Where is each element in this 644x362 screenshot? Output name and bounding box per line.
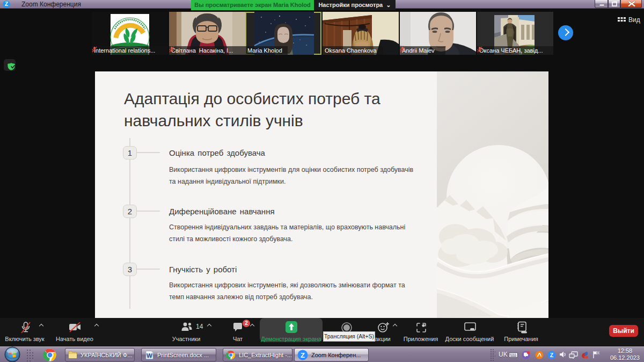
svg-text:Z: Z — [550, 352, 554, 358]
svg-text:W: W — [147, 352, 152, 358]
svg-text:Z: Z — [301, 351, 305, 359]
